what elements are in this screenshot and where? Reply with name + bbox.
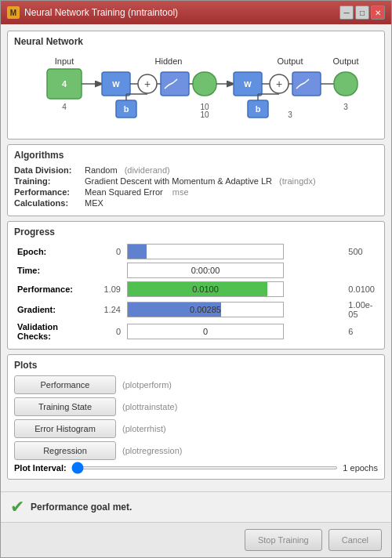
- progress-bar-epoch: 59 iterations: [124, 242, 345, 261]
- stop-training-button[interactable]: Stop Training: [245, 529, 322, 551]
- progress-max-gradient: 1.00e-05: [345, 299, 378, 321]
- progress-min-epoch: 0: [93, 242, 124, 261]
- progress-max-performance: 0.0100: [345, 280, 378, 299]
- svg-text:Hidden: Hidden: [155, 56, 183, 66]
- neural-network-section: Neural Network Input 4 4 Hidden w: [7, 31, 385, 140]
- maximize-button[interactable]: □: [355, 5, 369, 20]
- progress-section: Progress Epoch: 0 59 iterations 500 Time…: [7, 221, 385, 350]
- algo-link-2: mse: [168, 187, 189, 197]
- algo-value-1: Gradient Descent with Momentum & Adaptiv…: [85, 176, 272, 186]
- progress-row-time: Time: 0:00:00: [14, 261, 378, 280]
- plot-error-histogram-func: (ploterrhist): [122, 424, 166, 433]
- progress-label-time: Time:: [14, 261, 93, 280]
- progress-max-time: [345, 261, 378, 280]
- plot-row-regression: Regression (plotregression): [14, 441, 378, 460]
- progress-label-performance: Performance:: [14, 280, 93, 299]
- plot-interval-label: Plot Interval:: [14, 463, 67, 473]
- status-text: Performance goal met.: [31, 502, 132, 513]
- algo-value-3: MEX: [85, 198, 103, 208]
- plot-interval-slider[interactable]: [71, 466, 339, 469]
- main-content: Neural Network Input 4 4 Hidden w: [1, 24, 391, 491]
- plot-row-performance: Performance (plotperform): [14, 375, 378, 394]
- plot-interval-value: 1 epochs: [343, 463, 378, 473]
- progress-row-performance: Performance: 1.09 0.0100 0.0100: [14, 280, 378, 299]
- algo-value-0: Random: [85, 165, 118, 175]
- algo-row-2: Performance: Mean Squared Error mse: [14, 187, 378, 197]
- algo-label-3: Calculations:: [14, 198, 85, 208]
- svg-text:+: +: [276, 78, 282, 90]
- svg-text:+: +: [144, 78, 151, 90]
- progress-max-epoch: 500: [345, 242, 378, 261]
- bottom-bar: Stop Training Cancel: [1, 522, 391, 557]
- progress-row-gradient: Gradient: 1.24 0.00285 1.00e-05: [14, 299, 378, 321]
- progress-label-gradient: Gradient:: [14, 299, 93, 321]
- svg-text:b: b: [256, 104, 261, 114]
- neural-network-title: Neural Network: [14, 36, 378, 47]
- nn-diagram: Input 4 4 Hidden w b +: [14, 52, 378, 132]
- progress-bar-validation: 0: [124, 321, 345, 342]
- progress-row-validation: Validation Checks: 0 0 6: [14, 321, 378, 342]
- svg-text:Input: Input: [55, 56, 74, 66]
- algo-row-3: Calculations: MEX: [14, 198, 378, 208]
- progress-title: Progress: [14, 226, 378, 237]
- svg-rect-35: [334, 72, 358, 96]
- algo-label-1: Training:: [14, 176, 85, 186]
- plots-section: Plots Performance (plotperform) Training…: [7, 354, 385, 480]
- minimize-button[interactable]: ─: [339, 5, 354, 20]
- plot-regression-button[interactable]: Regression: [14, 441, 116, 460]
- progress-label-validation: Validation Checks:: [14, 321, 93, 342]
- plot-row-training-state: Training State (plottrainstate): [14, 397, 378, 416]
- algorithms-table: Data Division: Random (dividerand) Train…: [14, 165, 378, 208]
- algo-value-2: Mean Squared Error: [85, 187, 163, 197]
- close-button[interactable]: ✕: [371, 5, 385, 20]
- svg-text:Output: Output: [277, 56, 303, 66]
- title-bar-buttons: ─ □ ✕: [339, 5, 385, 20]
- plot-interval-row: Plot Interval: 1 epochs: [14, 463, 378, 473]
- status-check-icon: ✔: [10, 497, 24, 517]
- progress-table: Epoch: 0 59 iterations 500 Time:: [14, 242, 378, 342]
- progress-min-gradient: 1.24: [93, 299, 124, 321]
- algorithms-section: Algorithms Data Division: Random (divide…: [7, 144, 385, 216]
- plot-training-state-func: (plottrainstate): [122, 402, 177, 411]
- algorithms-title: Algorithms: [14, 150, 378, 161]
- svg-text:3: 3: [288, 111, 292, 119]
- svg-rect-32: [292, 72, 321, 96]
- plots-title: Plots: [14, 360, 378, 371]
- matlab-icon: M: [7, 6, 20, 19]
- title-bar: M Neural Network Training (nntraintool) …: [1, 1, 391, 24]
- progress-label-epoch: Epoch:: [14, 242, 93, 261]
- plot-performance-func: (plotperform): [122, 380, 172, 390]
- svg-rect-18: [193, 72, 216, 96]
- svg-text:w: w: [111, 78, 120, 89]
- svg-rect-16: [161, 72, 189, 96]
- cancel-button[interactable]: Cancel: [328, 529, 382, 551]
- main-window: M Neural Network Training (nntraintool) …: [0, 0, 392, 558]
- status-bar: ✔ Performance goal met.: [1, 491, 391, 522]
- algo-link-1: (traingdx): [277, 176, 316, 186]
- algo-row-1: Training: Gradient Descent with Momentum…: [14, 176, 378, 186]
- svg-text:4: 4: [62, 103, 67, 111]
- progress-bar-gradient: 0.00285: [124, 299, 345, 321]
- svg-text:4: 4: [62, 79, 67, 89]
- progress-min-time: [93, 261, 124, 280]
- progress-row-epoch: Epoch: 0 59 iterations 500: [14, 242, 378, 261]
- title-bar-left: M Neural Network Training (nntraintool): [7, 6, 178, 19]
- plot-training-state-button[interactable]: Training State: [14, 397, 116, 416]
- progress-max-validation: 6: [345, 321, 378, 342]
- plot-performance-button[interactable]: Performance: [14, 375, 116, 394]
- svg-text:b: b: [124, 104, 129, 114]
- algo-label-2: Performance:: [14, 187, 85, 197]
- slider-container: [71, 466, 339, 469]
- nn-svg: Input 4 4 Hidden w b +: [24, 55, 368, 129]
- progress-bar-performance: 0.0100: [124, 280, 345, 299]
- plot-regression-func: (plotregression): [122, 446, 182, 455]
- svg-text:Output: Output: [332, 56, 358, 66]
- window-title: Neural Network Training (nntraintool): [24, 7, 178, 18]
- plot-row-error-histogram: Error Histogram (ploterrhist): [14, 419, 378, 438]
- progress-min-performance: 1.09: [93, 280, 124, 299]
- algo-label-0: Data Division:: [14, 165, 85, 175]
- svg-text:w: w: [243, 78, 252, 89]
- svg-text:10: 10: [200, 111, 209, 119]
- plot-error-histogram-button[interactable]: Error Histogram: [14, 419, 116, 438]
- progress-bar-time: 0:00:00: [124, 261, 345, 280]
